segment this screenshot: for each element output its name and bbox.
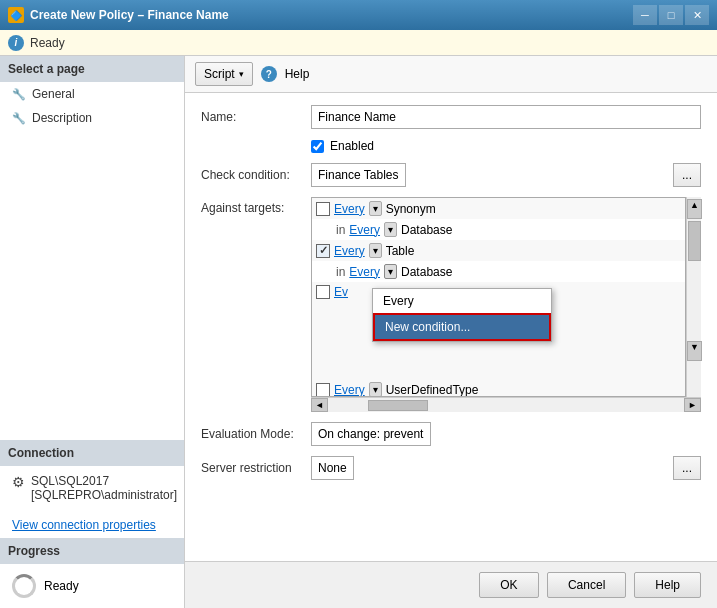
hscroll-thumb[interactable] bbox=[368, 400, 428, 411]
name-row: Name: bbox=[201, 105, 701, 129]
udt-dropdown[interactable]: ▾ bbox=[369, 382, 382, 397]
table-dropdown[interactable]: ▾ bbox=[369, 243, 382, 258]
targets-row: Against targets: Every ▾ Synonym bbox=[201, 197, 701, 412]
script-button[interactable]: Script ▾ bbox=[195, 62, 253, 86]
udt-label: UserDefinedType bbox=[386, 383, 479, 397]
progress-header: Progress bbox=[0, 538, 184, 564]
table-db-every-link[interactable]: Every bbox=[349, 265, 380, 279]
dropdown-item-new-condition[interactable]: New condition... bbox=[373, 313, 551, 341]
wrench-icon: 🔧 bbox=[12, 88, 26, 101]
scroll-thumb[interactable] bbox=[688, 221, 701, 261]
eval-mode-label: Evaluation Mode: bbox=[201, 427, 311, 441]
help-group: ? Help bbox=[261, 65, 314, 83]
dropdown-item-every[interactable]: Every bbox=[373, 289, 551, 313]
enabled-label: Enabled bbox=[330, 139, 374, 153]
close-button[interactable]: ✕ bbox=[685, 5, 709, 25]
udt-checkbox[interactable] bbox=[316, 285, 330, 299]
server-restriction-browse-button[interactable]: ... bbox=[673, 456, 701, 480]
help-label: Help bbox=[285, 67, 310, 81]
enabled-row: Enabled bbox=[311, 139, 701, 153]
help-bottom-button[interactable]: Help bbox=[634, 572, 701, 598]
horizontal-scrollbar[interactable]: ◄ ► bbox=[311, 397, 701, 412]
hscroll-right-arrow[interactable]: ► bbox=[684, 398, 701, 412]
progress-area: Ready bbox=[0, 564, 184, 608]
check-condition-select[interactable]: Finance Tables bbox=[311, 163, 406, 187]
script-label: Script bbox=[204, 67, 235, 81]
view-connection-link[interactable]: View connection properties bbox=[0, 512, 184, 538]
spinner-icon bbox=[12, 574, 36, 598]
check-condition-row: Check condition: Finance Tables ... bbox=[201, 163, 701, 187]
synonym-db-every-link[interactable]: Every bbox=[349, 223, 380, 237]
connection-header: Connection bbox=[0, 440, 184, 466]
synonym-db-dropdown[interactable]: ▾ bbox=[384, 222, 397, 237]
wrench-icon-desc: 🔧 bbox=[12, 112, 26, 125]
server-icon: ⚙ bbox=[12, 474, 25, 490]
dropdown-popup: Every New condition... bbox=[372, 288, 552, 342]
in-text-2: in bbox=[336, 265, 345, 279]
table-checkbox[interactable]: ✓ bbox=[316, 244, 330, 258]
target-row-synonym-db: in Every ▾ Database bbox=[312, 219, 685, 240]
table-db-label: Database bbox=[401, 265, 452, 279]
server-name: SQL\SQL2017 bbox=[31, 474, 177, 488]
name-input[interactable] bbox=[311, 105, 701, 129]
hscroll-left-arrow[interactable]: ◄ bbox=[311, 398, 328, 412]
window-title: Create New Policy – Finance Name bbox=[30, 8, 229, 22]
enabled-checkbox[interactable] bbox=[311, 140, 324, 153]
server-restriction-row: Server restriction None ... bbox=[201, 456, 701, 480]
synonym-label: Synonym bbox=[386, 202, 436, 216]
targets-label: Against targets: bbox=[201, 197, 311, 215]
server-restriction-select[interactable]: None bbox=[311, 456, 354, 480]
bottom-bar: OK Cancel Help bbox=[185, 561, 717, 608]
eval-mode-select[interactable]: On change: prevent bbox=[311, 422, 431, 446]
udt-every-link[interactable]: Every bbox=[334, 383, 365, 397]
synonym-checkbox[interactable] bbox=[316, 202, 330, 216]
server-user: [SQLREPRO\administrator] bbox=[31, 488, 177, 502]
sidebar: Select a page 🔧 General 🔧 Description Co… bbox=[0, 56, 185, 608]
synonym-dropdown[interactable]: ▾ bbox=[369, 201, 382, 216]
synonym-every-link[interactable]: Every bbox=[334, 202, 365, 216]
help-circle-icon: ? bbox=[261, 66, 277, 82]
target-row-table: ✓ Every ▾ Table bbox=[312, 240, 685, 261]
title-bar: 🔷 Create New Policy – Finance Name ─ □ ✕ bbox=[0, 0, 717, 30]
status-text: Ready bbox=[30, 36, 65, 50]
scroll-up-arrow[interactable]: ▲ bbox=[687, 199, 702, 219]
connection-info: ⚙ SQL\SQL2017 [SQLREPRO\administrator] bbox=[0, 466, 184, 512]
targets-list[interactable]: Every ▾ Synonym in Every ▾ Database bbox=[311, 197, 686, 397]
progress-status: Ready bbox=[44, 579, 79, 593]
content-area: Script ▾ ? Help Name: Enabled bbox=[185, 56, 717, 608]
script-dropdown-arrow: ▾ bbox=[239, 69, 244, 79]
table-label: Table bbox=[386, 244, 415, 258]
sidebar-item-label-general: General bbox=[32, 87, 75, 101]
name-label: Name: bbox=[201, 110, 311, 124]
toolbar: Script ▾ ? Help bbox=[185, 56, 717, 93]
app-icon: 🔷 bbox=[8, 7, 24, 23]
form-area: Name: Enabled Check condition: Finance T… bbox=[185, 93, 717, 561]
server-restriction-label: Server restriction bbox=[201, 461, 311, 475]
eval-mode-row: Evaluation Mode: On change: prevent bbox=[201, 422, 701, 446]
maximize-button[interactable]: □ bbox=[659, 5, 683, 25]
in-text-1: in bbox=[336, 223, 345, 237]
table-every-link[interactable]: Every bbox=[334, 244, 365, 258]
check-condition-browse-button[interactable]: ... bbox=[673, 163, 701, 187]
minimize-button[interactable]: ─ bbox=[633, 5, 657, 25]
sidebar-item-description[interactable]: 🔧 Description bbox=[0, 106, 184, 130]
help-button[interactable]: Help bbox=[281, 65, 314, 83]
info-icon: i bbox=[8, 35, 24, 51]
udt-ev-link[interactable]: Ev bbox=[334, 285, 348, 299]
targets-scroll-container: Every ▾ Synonym in Every ▾ Database bbox=[311, 197, 701, 397]
cancel-button[interactable]: Cancel bbox=[547, 572, 626, 598]
check-condition-label: Check condition: bbox=[201, 168, 311, 182]
scroll-down-arrow[interactable]: ▼ bbox=[687, 341, 702, 361]
select-page-header: Select a page bbox=[0, 56, 184, 82]
udt2-checkbox[interactable] bbox=[316, 383, 330, 397]
vertical-scrollbar[interactable]: ▲ ▼ bbox=[686, 197, 701, 397]
target-row-synonym: Every ▾ Synonym bbox=[312, 198, 685, 219]
status-bar: i Ready bbox=[0, 30, 717, 56]
synonym-db-label: Database bbox=[401, 223, 452, 237]
sidebar-item-general[interactable]: 🔧 General bbox=[0, 82, 184, 106]
targets-container: Every ▾ Synonym in Every ▾ Database bbox=[311, 197, 701, 412]
sidebar-item-label-description: Description bbox=[32, 111, 92, 125]
target-row-table-db: in Every ▾ Database bbox=[312, 261, 685, 282]
ok-button[interactable]: OK bbox=[479, 572, 539, 598]
table-db-dropdown[interactable]: ▾ bbox=[384, 264, 397, 279]
